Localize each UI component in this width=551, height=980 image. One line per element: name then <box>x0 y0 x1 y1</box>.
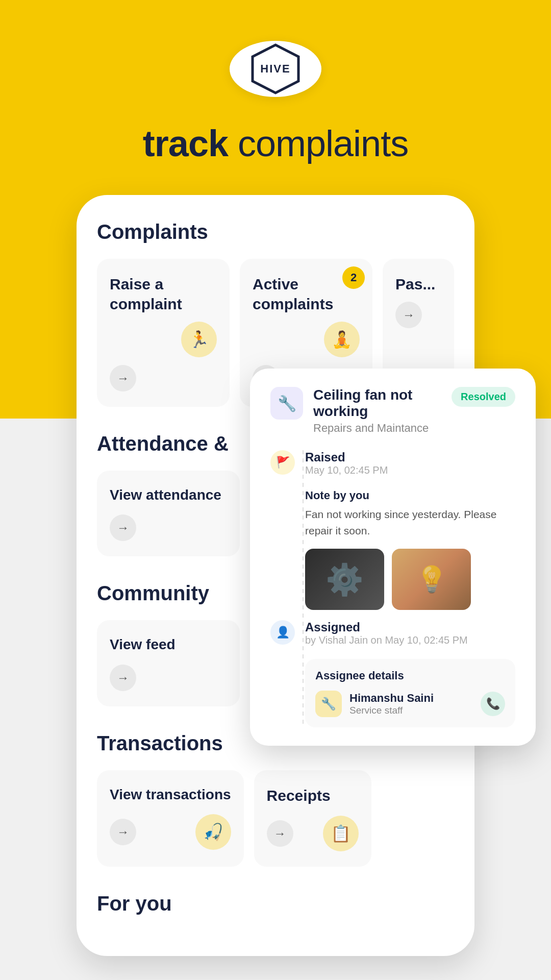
assignee-avatar: 🔧 <box>315 691 342 717</box>
room-image: 💡 <box>392 549 471 610</box>
detail-header: 🔧 Ceiling fan not working Repairs and Ma… <box>270 387 515 435</box>
assignee-details-title: Assignee details <box>315 669 505 682</box>
detail-title-block: Ceiling fan not working Repairs and Main… <box>313 387 441 435</box>
receipts-icon: 📋 <box>331 824 351 843</box>
assignee-role: Service staff <box>349 705 473 716</box>
past-arrow-icon: → <box>403 308 415 322</box>
past-complaints-label: Pas... <box>395 274 441 294</box>
transactions-arrow-icon: → <box>117 825 129 839</box>
phone-icon: 📞 <box>486 697 500 710</box>
active-icon: 🧘 <box>332 330 352 349</box>
assignee-row: 🔧 Himanshu Saini Service staff 📞 <box>315 691 505 717</box>
flag-icon: 🚩 <box>276 456 290 469</box>
receipts-arrow-btn[interactable]: → <box>267 820 293 847</box>
logo-container: HIVE <box>230 41 321 97</box>
receipts-icon-wrap: 📋 <box>323 816 359 851</box>
raised-timeline-item: 🚩 Raised May 10, 02:45 PM <box>270 450 515 476</box>
assigned-timeline-item: 👤 Assigned by Vishal Jain on May 10, 02:… <box>270 620 515 646</box>
phone-mockup-container: Complaints Raise a complaint 🏃 → <box>46 195 505 956</box>
fan-icon: ⚙️ <box>325 561 364 598</box>
complaints-title: Complaints <box>97 220 454 243</box>
raised-date: May 10, 02:45 PM <box>305 464 388 476</box>
assigned-by: by Vishal Jain on May 10, 02:45 PM <box>305 634 468 646</box>
view-attendance-label: View attendance <box>110 486 227 504</box>
complaint-images-row: ⚙️ 💡 <box>305 549 515 610</box>
note-title: Note by you <box>305 489 515 502</box>
room-icon: 💡 <box>416 565 447 594</box>
feed-arrow-icon: → <box>117 671 129 685</box>
call-button[interactable]: 📞 <box>481 692 505 716</box>
resolved-badge: Resolved <box>452 387 515 407</box>
attendance-arrow-icon: → <box>117 521 129 535</box>
assignee-info: Himanshu Saini Service staff <box>349 692 473 716</box>
raise-complaint-label: Raise a complaint <box>110 274 217 314</box>
timeline-connector <box>303 450 304 727</box>
raised-dot: 🚩 <box>270 450 295 475</box>
detail-icon-wrap: 🔧 <box>270 387 303 420</box>
receipts-label: Receipts <box>267 786 359 805</box>
svg-text:HIVE: HIVE <box>260 62 290 75</box>
raised-title: Raised <box>305 450 388 464</box>
note-text: Fan not working since yesterday. Please … <box>305 506 515 538</box>
headline-light: complaints <box>228 123 408 164</box>
timeline: 🚩 Raised May 10, 02:45 PM Note by you Fa… <box>270 450 515 727</box>
detail-subtitle: Repairs and Maintance <box>313 422 441 435</box>
for-you-section: For you <box>97 892 454 915</box>
note-section: Note by you Fan not working since yester… <box>305 489 515 538</box>
view-feed-card[interactable]: View feed → <box>97 620 240 706</box>
assigned-title: Assigned <box>305 620 468 634</box>
app-root: HIVE track complaints Complaints Raise a… <box>0 0 551 980</box>
raise-complaint-card[interactable]: Raise a complaint 🏃 → <box>97 259 230 407</box>
hive-logo-icon: HIVE <box>247 41 304 97</box>
headline-bold: track <box>143 123 228 164</box>
assignee-name: Himanshu Saini <box>349 692 473 705</box>
transactions-icon: 🎣 <box>203 822 223 842</box>
headline: track complaints <box>143 122 408 164</box>
assignee-section: Assignee details 🔧 Himanshu Saini Servic… <box>305 659 515 727</box>
past-arrow-btn[interactable]: → <box>395 302 422 328</box>
wrench-icon: 🔧 <box>278 395 296 412</box>
receipts-arrow-icon: → <box>274 826 286 841</box>
view-feed-label: View feed <box>110 635 227 654</box>
view-attendance-card[interactable]: View attendance → <box>97 471 240 556</box>
raise-icon: 🏃 <box>189 330 209 349</box>
assigned-content: Assigned by Vishal Jain on May 10, 02:45… <box>305 620 468 646</box>
active-icon-wrap: 🧘 <box>324 322 360 357</box>
active-complaints-badge: 2 <box>342 266 365 289</box>
raise-arrow-btn[interactable]: → <box>110 365 136 391</box>
transactions-section: Transactions View transactions → 🎣 <box>97 732 454 867</box>
view-transactions-card[interactable]: View transactions → 🎣 <box>97 770 244 867</box>
raise-arrow-icon: → <box>117 371 129 385</box>
for-you-title: For you <box>97 892 454 915</box>
transactions-row: View transactions → 🎣 Re <box>97 770 454 867</box>
raised-content: Raised May 10, 02:45 PM <box>305 450 388 476</box>
view-transactions-label: View transactions <box>110 786 231 804</box>
detail-overlay-card: 🔧 Ceiling fan not working Repairs and Ma… <box>250 369 536 746</box>
wrench-avatar-icon: 🔧 <box>321 697 336 711</box>
raise-icon-wrap: 🏃 <box>181 322 217 357</box>
assigned-dot: 👤 <box>270 620 295 645</box>
feed-arrow-btn[interactable]: → <box>110 665 136 691</box>
fan-image: ⚙️ <box>305 549 384 610</box>
transactions-icon-wrap: 🎣 <box>195 814 231 850</box>
detail-title: Ceiling fan not working <box>313 387 441 420</box>
person-icon: 👤 <box>276 626 290 639</box>
transactions-arrow-btn[interactable]: → <box>110 819 136 845</box>
attendance-arrow-btn[interactable]: → <box>110 514 136 541</box>
hero-section: HIVE track complaints Complaints Raise a… <box>0 0 551 419</box>
receipts-card[interactable]: Receipts → 📋 <box>254 770 371 867</box>
